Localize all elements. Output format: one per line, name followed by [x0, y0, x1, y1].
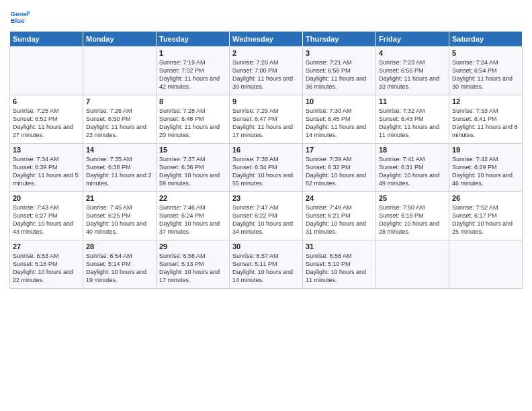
calendar-cell: 15Sunrise: 7:37 AM Sunset: 6:36 PM Dayli…	[157, 144, 230, 192]
day-info: Sunrise: 6:53 AM Sunset: 5:16 PM Dayligh…	[13, 252, 80, 285]
day-number: 25	[379, 194, 446, 202]
day-number: 21	[86, 194, 153, 202]
calendar-cell: 18Sunrise: 7:41 AM Sunset: 6:31 PM Dayli…	[376, 144, 449, 192]
day-info: Sunrise: 7:33 AM Sunset: 6:41 PM Dayligh…	[452, 107, 519, 140]
day-info: Sunrise: 7:23 AM Sunset: 6:56 PM Dayligh…	[379, 58, 446, 91]
header-tuesday: Tuesday	[157, 32, 230, 47]
calendar-cell: 6Sunrise: 7:25 AM Sunset: 6:52 PM Daylig…	[10, 95, 83, 144]
day-number: 31	[306, 242, 373, 250]
week-row-2: 6Sunrise: 7:25 AM Sunset: 6:52 PM Daylig…	[10, 95, 523, 144]
page: General Blue SundayMondayTuesdayWednesda…	[0, 0, 532, 295]
day-number: 26	[452, 194, 519, 202]
day-info: Sunrise: 7:34 AM Sunset: 6:39 PM Dayligh…	[13, 155, 80, 188]
calendar-cell: 24Sunrise: 7:49 AM Sunset: 6:21 PM Dayli…	[303, 192, 376, 240]
day-number: 2	[232, 49, 300, 57]
day-number: 6	[13, 97, 80, 105]
calendar-cell: 2Sunrise: 7:20 AM Sunset: 7:00 PM Daylig…	[230, 47, 303, 95]
calendar-cell	[10, 47, 83, 95]
day-number: 27	[13, 242, 80, 250]
calendar-cell: 8Sunrise: 7:28 AM Sunset: 6:48 PM Daylig…	[157, 95, 230, 144]
week-row-4: 20Sunrise: 7:43 AM Sunset: 6:27 PM Dayli…	[10, 192, 523, 240]
calendar-cell: 14Sunrise: 7:35 AM Sunset: 6:38 PM Dayli…	[83, 144, 157, 192]
day-info: Sunrise: 7:24 AM Sunset: 6:54 PM Dayligh…	[452, 58, 519, 91]
day-number: 15	[159, 146, 226, 154]
day-info: Sunrise: 7:43 AM Sunset: 6:27 PM Dayligh…	[13, 203, 80, 236]
day-number: 23	[232, 194, 300, 202]
calendar-cell: 13Sunrise: 7:34 AM Sunset: 6:39 PM Dayli…	[10, 144, 83, 192]
day-info: Sunrise: 7:46 AM Sunset: 6:24 PM Dayligh…	[159, 203, 226, 236]
calendar-cell: 31Sunrise: 6:58 AM Sunset: 5:10 PM Dayli…	[303, 240, 376, 289]
day-number: 3	[306, 49, 373, 57]
logo: General Blue	[9, 7, 17, 27]
calendar-cell: 30Sunrise: 6:57 AM Sunset: 5:11 PM Dayli…	[230, 240, 303, 289]
day-number: 7	[86, 97, 153, 105]
calendar-cell: 7Sunrise: 7:26 AM Sunset: 6:50 PM Daylig…	[83, 95, 157, 144]
day-number: 13	[13, 146, 80, 154]
day-info: Sunrise: 7:41 AM Sunset: 6:31 PM Dayligh…	[379, 155, 446, 188]
header-monday: Monday	[83, 32, 157, 47]
calendar-table: SundayMondayTuesdayWednesdayThursdayFrid…	[9, 31, 523, 289]
calendar-cell: 26Sunrise: 7:52 AM Sunset: 6:17 PM Dayli…	[449, 192, 523, 240]
calendar-cell: 1Sunrise: 7:19 AM Sunset: 7:02 PM Daylig…	[157, 47, 230, 95]
day-info: Sunrise: 7:38 AM Sunset: 6:34 PM Dayligh…	[232, 155, 300, 188]
calendar-cell: 3Sunrise: 7:21 AM Sunset: 6:58 PM Daylig…	[303, 47, 376, 95]
calendar-cell: 10Sunrise: 7:30 AM Sunset: 6:45 PM Dayli…	[303, 95, 376, 144]
day-number: 24	[306, 194, 373, 202]
day-number: 30	[232, 242, 300, 250]
day-number: 28	[86, 242, 153, 250]
day-info: Sunrise: 7:50 AM Sunset: 6:19 PM Dayligh…	[379, 203, 446, 236]
calendar-header: SundayMondayTuesdayWednesdayThursdayFrid…	[10, 32, 523, 47]
header-saturday: Saturday	[449, 32, 523, 47]
day-info: Sunrise: 7:47 AM Sunset: 6:22 PM Dayligh…	[232, 203, 300, 236]
calendar-cell: 16Sunrise: 7:38 AM Sunset: 6:34 PM Dayli…	[230, 144, 303, 192]
svg-text:General: General	[11, 10, 30, 17]
calendar-cell: 4Sunrise: 7:23 AM Sunset: 6:56 PM Daylig…	[376, 47, 449, 95]
day-number: 17	[306, 146, 373, 154]
day-number: 4	[379, 49, 446, 57]
day-info: Sunrise: 7:52 AM Sunset: 6:17 PM Dayligh…	[452, 203, 519, 236]
day-info: Sunrise: 7:32 AM Sunset: 6:43 PM Dayligh…	[379, 107, 446, 140]
day-number: 11	[379, 97, 446, 105]
day-number: 19	[452, 146, 519, 154]
day-info: Sunrise: 7:45 AM Sunset: 6:25 PM Dayligh…	[86, 203, 153, 236]
day-info: Sunrise: 7:19 AM Sunset: 7:02 PM Dayligh…	[159, 58, 226, 91]
day-info: Sunrise: 7:28 AM Sunset: 6:48 PM Dayligh…	[159, 107, 226, 140]
day-number: 29	[159, 242, 226, 250]
day-info: Sunrise: 7:21 AM Sunset: 6:58 PM Dayligh…	[306, 58, 373, 91]
calendar-cell: 11Sunrise: 7:32 AM Sunset: 6:43 PM Dayli…	[376, 95, 449, 144]
calendar-cell: 19Sunrise: 7:42 AM Sunset: 6:29 PM Dayli…	[449, 144, 523, 192]
logo-icon: General Blue	[9, 7, 30, 27]
calendar-cell: 12Sunrise: 7:33 AM Sunset: 6:41 PM Dayli…	[449, 95, 523, 144]
week-row-5: 27Sunrise: 6:53 AM Sunset: 5:16 PM Dayli…	[10, 240, 523, 289]
calendar-cell: 20Sunrise: 7:43 AM Sunset: 6:27 PM Dayli…	[10, 192, 83, 240]
day-number: 22	[159, 194, 226, 202]
day-info: Sunrise: 7:25 AM Sunset: 6:52 PM Dayligh…	[13, 107, 80, 140]
calendar-cell: 22Sunrise: 7:46 AM Sunset: 6:24 PM Dayli…	[157, 192, 230, 240]
day-number: 10	[306, 97, 373, 105]
day-info: Sunrise: 7:30 AM Sunset: 6:45 PM Dayligh…	[306, 107, 373, 140]
day-info: Sunrise: 7:49 AM Sunset: 6:21 PM Dayligh…	[306, 203, 373, 236]
calendar-cell: 28Sunrise: 6:54 AM Sunset: 5:14 PM Dayli…	[83, 240, 157, 289]
day-number: 18	[379, 146, 446, 154]
day-number: 9	[232, 97, 300, 105]
calendar-cell: 27Sunrise: 6:53 AM Sunset: 5:16 PM Dayli…	[10, 240, 83, 289]
svg-text:Blue: Blue	[11, 17, 26, 24]
header-friday: Friday	[376, 32, 449, 47]
calendar-cell: 9Sunrise: 7:29 AM Sunset: 6:47 PM Daylig…	[230, 95, 303, 144]
day-info: Sunrise: 6:57 AM Sunset: 5:11 PM Dayligh…	[232, 252, 300, 285]
header: General Blue	[9, 7, 523, 27]
calendar-cell: 25Sunrise: 7:50 AM Sunset: 6:19 PM Dayli…	[376, 192, 449, 240]
calendar-cell	[83, 47, 157, 95]
day-info: Sunrise: 6:58 AM Sunset: 5:10 PM Dayligh…	[306, 252, 373, 285]
day-info: Sunrise: 7:35 AM Sunset: 6:38 PM Dayligh…	[86, 155, 153, 188]
day-number: 5	[452, 49, 519, 57]
header-wednesday: Wednesday	[230, 32, 303, 47]
calendar-cell: 23Sunrise: 7:47 AM Sunset: 6:22 PM Dayli…	[230, 192, 303, 240]
calendar-cell	[449, 240, 523, 289]
day-info: Sunrise: 6:56 AM Sunset: 5:13 PM Dayligh…	[159, 252, 226, 285]
calendar-cell	[376, 240, 449, 289]
header-sunday: Sunday	[10, 32, 83, 47]
calendar-cell: 29Sunrise: 6:56 AM Sunset: 5:13 PM Dayli…	[157, 240, 230, 289]
day-number: 14	[86, 146, 153, 154]
calendar-cell: 5Sunrise: 7:24 AM Sunset: 6:54 PM Daylig…	[449, 47, 523, 95]
